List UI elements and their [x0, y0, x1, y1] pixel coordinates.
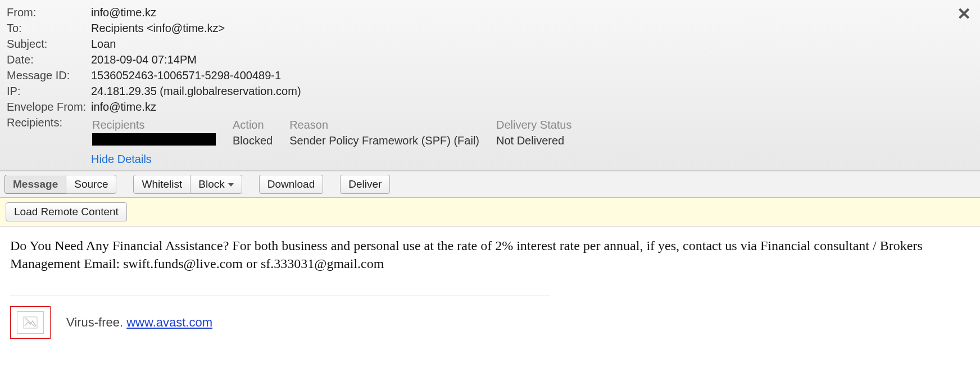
- signature-text: Virus-free. www.avast.com: [66, 314, 212, 331]
- recipients-table-header: Recipients Action Reason Delivery Status: [92, 117, 588, 132]
- value-from: info@time.kz: [91, 5, 156, 20]
- col-reason: Reason: [289, 117, 495, 132]
- deliver-button[interactable]: Deliver: [340, 175, 390, 194]
- whitelist-button[interactable]: Whitelist: [133, 175, 190, 194]
- value-envelope-from: info@time.kz: [91, 99, 156, 114]
- header-row-message-id: Message ID: 1536052463-1006571-5298-4004…: [7, 67, 973, 83]
- cell-action: Blocked: [233, 133, 288, 149]
- remote-content-bar: Load Remote Content: [0, 198, 980, 226]
- block-button[interactable]: Block: [190, 175, 242, 194]
- table-row: Blocked Sender Policy Framework (SPF) (F…: [92, 133, 588, 149]
- header-row-ip: IP: 24.181.29.35 (mail.globalreservation…: [7, 83, 973, 99]
- load-remote-content-button[interactable]: Load Remote Content: [6, 202, 127, 221]
- header-row-subject: Subject: Loan: [7, 36, 973, 52]
- label-subject: Subject:: [7, 37, 91, 51]
- cell-delivery-status: Not Delivered: [496, 133, 588, 149]
- chevron-down-icon: [228, 183, 234, 187]
- signature-row: Virus-free. www.avast.com: [10, 306, 970, 339]
- col-recipients: Recipients: [92, 117, 232, 132]
- allow-block-group: Whitelist Block: [133, 175, 242, 194]
- tab-source[interactable]: Source: [66, 175, 116, 194]
- header-row-date: Date: 2018-09-04 07:14PM: [7, 52, 973, 67]
- close-icon[interactable]: ✕: [957, 6, 971, 22]
- value-date: 2018-09-04 07:14PM: [91, 52, 197, 67]
- action-toolbar: Message Source Whitelist Block Download …: [0, 171, 980, 198]
- label-envelope-from: Envelope From:: [7, 99, 91, 114]
- view-toggle-group: Message Source: [4, 175, 116, 194]
- tab-message[interactable]: Message: [4, 175, 66, 194]
- col-delivery-status: Delivery Status: [496, 117, 588, 132]
- value-subject: Loan: [91, 37, 116, 51]
- redacted-recipient: [92, 133, 216, 146]
- message-header: ✕ From: info@time.kz To: Recipients <inf…: [0, 0, 980, 171]
- header-row-recipients: Recipients: Recipients Action Reason Del…: [7, 115, 973, 151]
- value-message-id: 1536052463-1006571-5298-400489-1: [91, 68, 281, 83]
- value-ip: 24.181.29.35 (mail.globalreservation.com…: [91, 84, 301, 98]
- broken-image-svg: [23, 316, 38, 329]
- avast-link[interactable]: www.avast.com: [126, 315, 212, 329]
- label-to: To:: [7, 21, 91, 35]
- label-ip: IP:: [7, 84, 91, 98]
- label-date: Date:: [7, 52, 91, 67]
- blocked-image-placeholder: [10, 306, 51, 339]
- signature-separator: [10, 296, 550, 296]
- download-button[interactable]: Download: [259, 175, 324, 194]
- recipients-table-wrap: Recipients Action Reason Delivery Status…: [91, 115, 589, 150]
- label-from: From:: [7, 5, 91, 20]
- col-action: Action: [233, 117, 288, 132]
- hide-details-link[interactable]: Hide Details: [91, 151, 152, 167]
- header-row-from: From: info@time.kz: [7, 4, 973, 20]
- broken-image-icon: [17, 311, 44, 334]
- body-text: Do You Need Any Financial Assistance? Fo…: [10, 237, 970, 273]
- header-row-envelope-from: Envelope From: info@time.kz: [7, 99, 973, 115]
- message-body: Do You Need Any Financial Assistance? Fo…: [0, 226, 980, 356]
- label-recipients: Recipients:: [7, 115, 91, 150]
- value-to: Recipients <info@time.kz>: [91, 21, 225, 35]
- virus-free-label: Virus-free.: [66, 315, 126, 329]
- header-row-to: To: Recipients <info@time.kz>: [7, 20, 973, 36]
- block-label: Block: [198, 178, 224, 190]
- cell-reason: Sender Policy Framework (SPF) (Fail): [289, 133, 495, 149]
- label-message-id: Message ID:: [7, 68, 91, 83]
